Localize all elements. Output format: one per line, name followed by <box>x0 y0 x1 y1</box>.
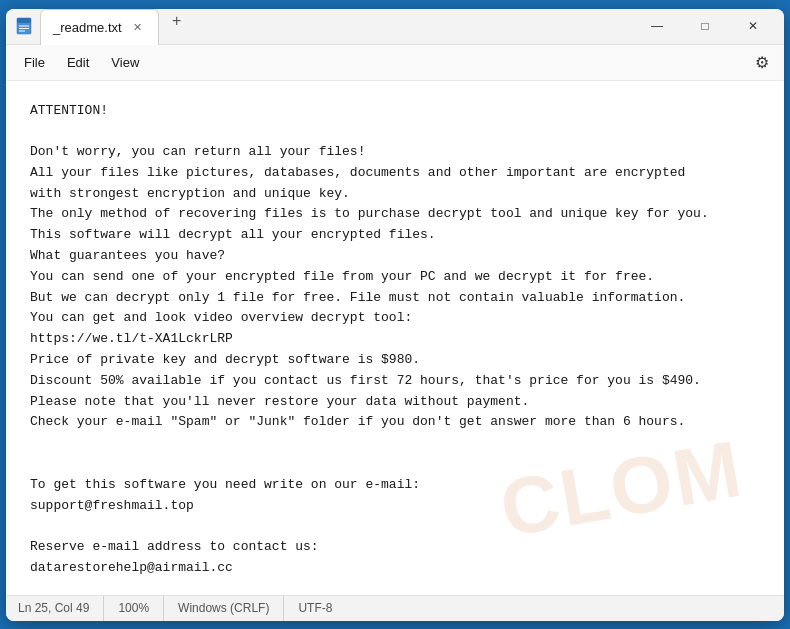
svg-rect-1 <box>17 18 31 23</box>
menu-edit[interactable]: Edit <box>57 51 99 74</box>
app-icon <box>14 16 34 36</box>
content-text: ATTENTION! Don't worry, you can return a… <box>30 101 760 595</box>
line-ending: Windows (CRLF) <box>164 596 284 621</box>
content-area[interactable]: СLОМ ATTENTION! Don't worry, you can ret… <box>6 81 784 595</box>
menu-bar: File Edit View ⚙ <box>6 45 784 81</box>
maximize-button[interactable]: □ <box>682 10 728 42</box>
minimize-button[interactable]: — <box>634 10 680 42</box>
settings-icon[interactable]: ⚙ <box>748 48 776 76</box>
new-tab-button[interactable]: + <box>163 9 191 36</box>
menu-file[interactable]: File <box>14 51 55 74</box>
close-button[interactable]: ✕ <box>730 10 776 42</box>
active-tab[interactable]: _readme.txt ✕ <box>40 9 159 45</box>
cursor-position: Ln 25, Col 49 <box>18 596 104 621</box>
zoom-level: 100% <box>104 596 164 621</box>
menu-items: File Edit View <box>14 51 149 74</box>
encoding: UTF-8 <box>284 596 346 621</box>
tab-container: _readme.txt ✕ + <box>40 9 191 46</box>
menu-view[interactable]: View <box>101 51 149 74</box>
tab-label: _readme.txt <box>53 20 122 35</box>
window-controls: — □ ✕ <box>634 10 776 42</box>
title-bar-left: _readme.txt ✕ + <box>14 9 634 46</box>
notepad-window: _readme.txt ✕ + — □ ✕ File Edit View ⚙ С… <box>6 9 784 621</box>
title-bar: _readme.txt ✕ + — □ ✕ <box>6 9 784 45</box>
status-bar: Ln 25, Col 49 100% Windows (CRLF) UTF-8 <box>6 595 784 621</box>
tab-close-button[interactable]: ✕ <box>130 20 146 36</box>
